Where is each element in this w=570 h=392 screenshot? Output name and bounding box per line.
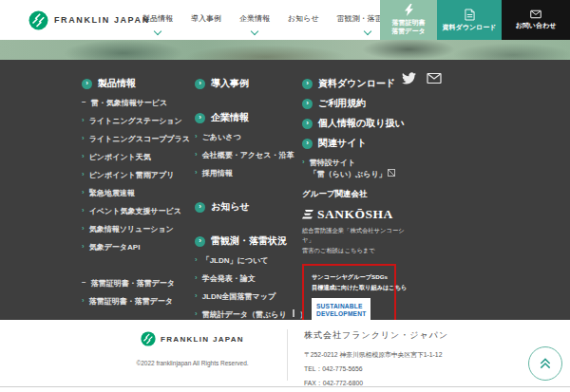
footer-link[interactable]: ›緊急地震速報	[82, 188, 196, 198]
company-tel: TEL：042-775-5656	[304, 364, 448, 374]
nav-item-3[interactable]: お知らせ	[288, 0, 319, 40]
sdgs-text-2: 目標達成に向けた取り組みはこちら	[312, 283, 387, 293]
footer-link[interactable]: ›気象データAPI	[82, 242, 196, 252]
hero-photo-strip	[0, 40, 570, 60]
chevron-right-icon: ›	[82, 116, 85, 124]
mail-icon	[530, 9, 542, 19]
footer-heading[interactable]: ›ご利用規約	[302, 97, 399, 110]
footer-link[interactable]: ›イベント気象支援サービス	[82, 206, 196, 216]
footer-heading[interactable]: ›資料ダウンロード	[302, 77, 399, 90]
footer-column-company: ›導入事例›企業情報›ごあいさつ›会社概要・アクセス・沿革›採用情報›お知らせ›…	[195, 73, 304, 345]
chevron-right-icon: ›	[195, 291, 198, 300]
lightning-certificate-button[interactable]: 落雷証明書落雷データ	[380, 0, 437, 40]
document-icon	[465, 9, 475, 21]
nav-item-0[interactable]: 製品情報	[142, 0, 173, 40]
cta-button-label: 資料ダウンロード	[443, 24, 497, 32]
footer-heading[interactable]: ›個人情報の取り扱い	[302, 117, 399, 130]
footer-heading-label: 企業情報	[211, 111, 249, 124]
header-cta-group: 落雷証明書落雷データ資料ダウンロードお問い合わせ	[380, 0, 570, 40]
footer-link[interactable]: ›ごあいさつ	[195, 132, 304, 142]
footer-link[interactable]: ›気象情報ソリューション	[82, 224, 196, 234]
sankosha-desc-1: 総合雷防護企業「株式会社サンコーシヤ」	[302, 226, 407, 245]
footer-heading-label: 導入事例	[211, 77, 249, 90]
footer-heading-label: ご利用規約	[318, 97, 366, 110]
footer-link[interactable]: ›雷統計データ（雷ぶらり）	[195, 309, 304, 320]
circle-arrow-icon: ›	[195, 202, 205, 213]
footer-heading[interactable]: ›企業情報	[195, 111, 304, 124]
spacer	[82, 260, 196, 271]
circle-arrow-icon: ›	[302, 99, 313, 109]
footer-heading[interactable]: ›製品情報	[82, 77, 196, 90]
circle-arrow-icon: ›	[195, 79, 205, 89]
footer-link[interactable]: ›採用情報	[195, 168, 304, 178]
footer-heading-label: 個人情報の取り扱い	[318, 117, 405, 130]
cta-button-label: お問い合わせ	[516, 22, 557, 30]
spacer	[195, 97, 304, 107]
chevron-down-icon	[251, 28, 258, 35]
sankosha-logo[interactable]: SANKŌSHA	[302, 207, 407, 222]
footer-column-products: ›製品情報−雷・気象情報サービス›ライトニングステーション›ライトニングスコープ…	[82, 73, 196, 314]
footer-heading[interactable]: ›導入事例	[195, 77, 304, 90]
footer-link[interactable]: ›落雷証明書・落雷データ	[82, 296, 196, 307]
footer-link[interactable]: ›ライトニングスコーププラス	[82, 134, 196, 144]
footer-link[interactable]: ›「JLDN」について	[195, 255, 304, 266]
chevron-right-icon: ›	[195, 273, 198, 282]
twitter-icon[interactable]	[401, 71, 417, 85]
footer-link[interactable]: ›ピンポイント天気	[82, 152, 196, 162]
footer-heading[interactable]: ›お知らせ	[195, 200, 304, 214]
main-nav: 製品情報導入事例企業情報お知らせ雷観測・落雷状況	[142, 0, 398, 40]
footer-navigation: ›製品情報−雷・気象情報サービス›ライトニングステーション›ライトニングスコープ…	[0, 60, 570, 320]
nav-item-2[interactable]: 企業情報	[239, 0, 270, 40]
sdgs-logo-line1: SUSTAINABLE	[316, 303, 366, 310]
chevron-right-icon: ›	[82, 152, 85, 160]
footer-group-link[interactable]: −落雷証明書・落雷データ	[82, 278, 196, 289]
site-footer-bottom: FRANKLIN JAPAN ©2022 franklinjapan All R…	[0, 320, 570, 392]
chevron-right-icon: ›	[195, 309, 198, 318]
footer-heading-label: 製品情報	[98, 77, 136, 90]
footer-heading-label: 関連サイト	[318, 137, 367, 150]
footer-link[interactable]: ›JLDN全国落雷マップ	[195, 291, 304, 302]
footer-heading[interactable]: ›雷観測・落雷状況	[195, 234, 304, 248]
header-logo[interactable]: FRANKLIN JAPAN	[28, 0, 150, 40]
contact-button[interactable]: お問い合わせ	[502, 0, 570, 40]
footer-heading[interactable]: ›関連サイト	[302, 137, 399, 150]
chevron-right-icon: ›	[82, 206, 85, 215]
cta-button-label: 落雷証明書落雷データ	[391, 19, 425, 36]
page-bottom-line	[0, 386, 570, 387]
brand-name: FRANKLIN JAPAN	[54, 15, 150, 25]
chevron-down-icon	[154, 28, 162, 35]
nav-item-label: 製品情報	[142, 13, 173, 24]
spacer	[195, 186, 304, 196]
nav-item-label: お知らせ	[288, 13, 319, 24]
chevron-right-icon: ›	[82, 296, 85, 305]
footer-link[interactable]: ›ライトニングステーション	[82, 116, 196, 126]
download-button[interactable]: 資料ダウンロード	[437, 0, 502, 40]
scroll-to-top-button[interactable]	[528, 346, 562, 381]
chevron-right-icon: ›	[82, 188, 85, 196]
chevron-right-icon: ›	[195, 168, 198, 177]
footer-logo[interactable]: FRANKLIN JAPAN	[133, 331, 252, 346]
footer-social	[401, 71, 442, 85]
footer-link[interactable]: ›学会発表・論文	[195, 273, 304, 284]
mail-icon[interactable]	[427, 72, 442, 84]
minus-icon: −	[82, 278, 86, 287]
sdgs-text-1: サンコーシヤグループSDGs	[312, 272, 387, 283]
lightning-circle-logo-icon	[28, 10, 48, 30]
footer-link[interactable]: ›会社概要・アクセス・沿革	[195, 150, 304, 160]
company-name: 株式会社フランクリン・ジャパン	[304, 329, 448, 342]
sankosha-wordmark: SANKŌSHA	[317, 207, 393, 222]
chevron-right-icon: ›	[302, 158, 305, 166]
nav-item-label: 導入事例	[191, 13, 221, 24]
nav-item-1[interactable]: 導入事例	[191, 0, 221, 40]
chevron-right-icon: ›	[82, 134, 85, 142]
footer-group-link[interactable]: −雷・気象情報サービス	[82, 98, 196, 108]
footer-brand-name: FRANKLIN JAPAN	[161, 335, 244, 344]
chevron-right-icon: ›	[82, 224, 85, 233]
circle-arrow-icon: ›	[302, 139, 313, 149]
chevron-right-icon: ›	[195, 255, 198, 264]
company-info: 株式会社フランクリン・ジャパン 〒252-0212 神奈川県相模原市中央区宮下1…	[304, 329, 448, 388]
chevron-right-icon: ›	[195, 150, 198, 159]
sankosha-desc-2: 雷害のご相談はこちらまで	[302, 246, 407, 255]
footer-divider	[287, 329, 288, 381]
footer-link[interactable]: ›ピンポイント雷雨アプリ	[82, 170, 196, 180]
